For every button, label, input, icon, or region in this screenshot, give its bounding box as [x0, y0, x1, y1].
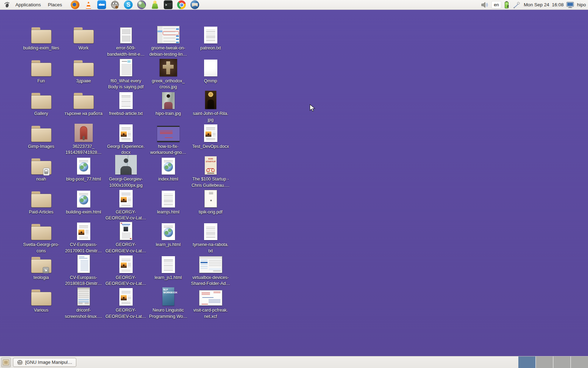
desktop-icon-virtualbox-devices[interactable]: virtualbox-devices- Shared-Folder-Ad… — [189, 253, 232, 287]
desktop-icon-driconf[interactable]: driconf- screenshot-linux.… — [62, 285, 105, 320]
keyboard-layout-indicator[interactable]: en — [492, 1, 501, 8]
desktop-icon-art — [120, 27, 132, 43]
desktop-icon-freebsd-article-txt[interactable]: freebsd-article.txt — [105, 89, 147, 117]
desktop-icon-art — [31, 257, 51, 273]
desktop-icon-georgy[interactable]: GEORGY- GEORGIEV-cv-Lat… — [105, 187, 147, 222]
desktop-icon-georgi-georgiev[interactable]: Georgi-Georgiev- 1000x1000px.jpg — [105, 154, 147, 189]
desktop-icon-fun[interactable]: Fun — [20, 56, 62, 84]
thumbnail-text: NLP WORKBOOK — [163, 288, 174, 294]
desktop-icon-building-exim-html[interactable]: building-exim.html — [62, 187, 105, 216]
desktop-icon-art — [119, 92, 133, 109]
desktop-icon-qmmp[interactable]: Qmmp — [189, 56, 232, 84]
desktop-icon-georgi-experience[interactable]: Georgi Experience. docx — [105, 122, 147, 156]
firefox-launcher-icon[interactable] — [71, 0, 79, 9]
desktop-icon-търсене-на-работа[interactable]: търсене на работа — [62, 89, 105, 117]
user-menu[interactable]: hipo — [577, 2, 586, 7]
desktop-icon-noah[interactable]: noah — [20, 154, 62, 183]
desktop-icon-error-509[interactable]: error-509- bandwidth-limit-e… — [105, 23, 147, 58]
web-launcher-icon[interactable] — [137, 0, 146, 9]
desktop-icon-teologia[interactable]: teologia — [20, 253, 62, 281]
desktop-icon-learnjs-html[interactable]: learnjs.html — [147, 187, 189, 216]
desktop-icon-the-$100-startup[interactable]: $100 STARTUP The $100 Startup - Chris Gu… — [189, 154, 232, 189]
desktop-icon-gimp-images[interactable]: Gimp-Images — [20, 122, 62, 150]
desktop-icon-art — [157, 26, 180, 43]
desktop-icon-gnome-tweak-on[interactable]: gnome-tweak-on- debian-testing-lin… — [147, 23, 189, 58]
desktop-icon-cv-europass[interactable]: CV-Europass- 20170901-Dimitr… — [62, 220, 105, 254]
workspace-cell-1[interactable] — [518, 356, 536, 368]
lock-emblem-icon — [43, 168, 50, 176]
desktop-icon-36223737[interactable]: 36223737_ 1914269741928… — [62, 122, 105, 156]
desktop-icon-art — [204, 27, 217, 43]
menu-places[interactable]: Places — [45, 0, 65, 9]
desktop-icon-blog-post-77-html[interactable]: blog-post_77.html — [62, 154, 105, 183]
desktop-icon-how-to-fix[interactable]: how-to-fix- workaround-gno… — [147, 122, 189, 156]
desktop-icon-label: patreon.txt — [200, 45, 221, 52]
tablet-pen-icon[interactable] — [512, 1, 521, 9]
desktop-icon-building-exim-files[interactable]: building-exim_files — [20, 23, 62, 52]
teamviewer-launcher-icon[interactable] — [97, 0, 106, 9]
desktop-icon-art — [120, 222, 132, 240]
battery-icon[interactable] — [504, 1, 510, 9]
desktop-icon-georgy[interactable]: GEORGY- GEORGIEV-cv-Lat… — [105, 285, 147, 320]
skype-launcher-icon[interactable] — [124, 0, 133, 9]
desktop-icon-label: hipo-train.jpg — [155, 111, 181, 117]
desktop-icon-neuro-linguistic[interactable]: NLP WORKBOOK Neuro Linguistic Programmin… — [147, 285, 189, 320]
desktop-icon-visit-card-pcfreak[interactable]: visit-card-pcfreak. net.xcf — [189, 285, 232, 320]
desktop-icon-art — [31, 60, 51, 76]
desktop-icon-cv-europass[interactable]: CV-Europass- 20180818-Dimitr… — [62, 253, 105, 287]
desktop-icon-f60-what-every[interactable]: f60_What every Body is saying.pdf — [105, 56, 147, 91]
desktop-icon-tyrsene-na-rabota[interactable]: tyrsene-na-rabota. txt — [189, 220, 232, 254]
thunderbird-launcher-icon[interactable] — [190, 0, 199, 9]
desktop-icon-label: Fun — [37, 78, 45, 84]
volume-icon[interactable] — [481, 1, 489, 8]
desktop-icon-learn-js1-html[interactable]: learn_js1.html — [147, 253, 189, 281]
desktop-icon-label: Paid-Articles — [29, 209, 53, 216]
desktop-icon-patreon-txt[interactable]: patreon.txt — [189, 23, 232, 52]
desktop-icon-test-devops-docx[interactable]: Test_DevOps.docx — [189, 122, 232, 150]
desktop-icon-hipo-train-jpg[interactable]: hipo-train.jpg — [147, 89, 189, 117]
desktop-icon-greek-orthodox[interactable]: greek_orthodox_ cross.jpg — [147, 56, 189, 91]
desktop-icon-learn-js-html[interactable]: learn_js.html — [147, 220, 189, 248]
pidgin-launcher-icon[interactable] — [150, 0, 159, 9]
desktop-icon-label: Здраве — [76, 78, 91, 84]
desktop-icon-paid-articles[interactable]: Paid-Articles — [20, 187, 62, 216]
desktop-icon-art — [31, 191, 51, 207]
workspace-cell-3[interactable] — [553, 356, 570, 368]
desktop-icon-art — [205, 91, 216, 109]
display-icon[interactable] — [566, 2, 574, 8]
chrome-launcher-icon[interactable] — [177, 0, 186, 9]
desktop-icon-здраве[interactable]: Здраве — [62, 56, 105, 84]
desktop-icon-art — [77, 255, 90, 273]
terminal-launcher-icon[interactable] — [164, 0, 173, 9]
taskbar: [GNU Image Manipul… — [0, 356, 588, 368]
workspace-cell-2[interactable] — [536, 356, 553, 368]
desktop-icon-index-html[interactable]: index.html — [147, 154, 189, 183]
show-desktop-icon — [3, 360, 9, 365]
desktop-icon-tipik-orig-pdf[interactable]: tipik-orig.pdf — [189, 187, 232, 216]
vlc-launcher-icon[interactable] — [84, 0, 93, 9]
desktop-icon-art — [31, 158, 51, 175]
desktop-icon-art — [119, 124, 133, 142]
desktop-icon-georgy[interactable]: GEORGY- GEORGIEV-cv-Lat… — [105, 220, 147, 254]
workspace-cell-4[interactable] — [571, 356, 588, 368]
desktop-icon-label: Work — [78, 45, 89, 52]
desktop-icon-art — [204, 124, 217, 142]
desktop-icon-work[interactable]: Work — [62, 23, 105, 52]
desktop-icon-art — [31, 224, 51, 240]
desktop-icon-saint-john-of-rila[interactable]: saint-John-of-Rila. jpg — [189, 89, 232, 123]
desktop-icon-georgy[interactable]: GEORGY- GEORGIEV-cv-Lat… — [105, 253, 147, 287]
taskbar-window-button[interactable]: [GNU Image Manipul… — [13, 358, 76, 367]
mouse-cursor — [309, 104, 316, 113]
gimp-launcher-icon[interactable] — [111, 0, 119, 9]
menu-applications[interactable]: Applications — [12, 0, 44, 9]
desktop-icon-various[interactable]: Various — [20, 285, 62, 314]
show-desktop-button[interactable] — [1, 357, 11, 367]
thumbnail-text: $100 STARTUP — [206, 158, 216, 163]
desktop-icon-label: търсене на работа — [64, 111, 103, 117]
clock[interactable]: Mon Sep 24 16:08 — [524, 2, 564, 7]
gnome-main-menu-icon[interactable] — [2, 1, 12, 8]
desktop-icon-svetla-georgi-pro[interactable]: Svetla-Georgi-pro- cons — [20, 220, 62, 254]
desktop-icon-art — [162, 256, 175, 273]
desktop-icon-gallery[interactable]: Gallery — [20, 89, 62, 117]
desktop-icon-art — [162, 92, 175, 109]
